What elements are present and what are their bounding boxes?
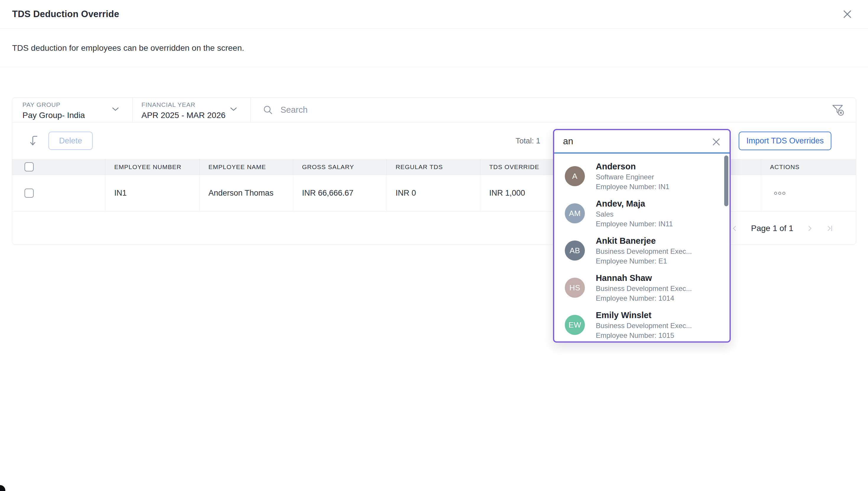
search-field <box>251 98 820 122</box>
employee-number: Employee Number: 1014 <box>596 293 692 303</box>
clear-search-icon[interactable] <box>711 137 722 147</box>
financial-year-value: APR 2025 - MAR 2026 <box>141 111 250 120</box>
avatar: A <box>565 166 585 186</box>
column-regular-tds: REGULAR TDS <box>387 159 480 175</box>
employee-role: Software Engineer <box>596 172 669 182</box>
employee-name: Anderson <box>596 161 669 172</box>
last-page-icon[interactable] <box>827 225 833 232</box>
page-indicator: Page 1 of 1 <box>751 224 793 233</box>
dropdown-scrollbar <box>724 155 728 339</box>
employee-role: Business Development Exec... <box>596 247 692 256</box>
actions-menu-icon[interactable] <box>774 192 785 195</box>
chevron-down-icon <box>112 107 119 111</box>
employee-option[interactable]: A Anderson Software Engineer Employee Nu… <box>554 157 730 195</box>
employee-number-cell: IN1 <box>105 175 200 211</box>
avatar: AM <box>565 203 585 223</box>
filter-row: PAY GROUP Pay Group- India FINANCIAL YEA… <box>12 98 856 122</box>
total-count: Total: 1 <box>515 136 540 145</box>
column-employee-name: EMPLOYEE NAME <box>200 159 293 175</box>
employee-number: Employee Number: 1015 <box>596 330 692 340</box>
employee-search-dropdown: A Anderson Software Engineer Employee Nu… <box>553 129 731 343</box>
avatar: EW <box>565 315 585 335</box>
employee-role: Sales <box>596 209 673 219</box>
page-title: TDS Deduction Override <box>12 9 119 20</box>
financial-year-filter[interactable]: FINANCIAL YEAR APR 2025 - MAR 2026 <box>133 98 251 122</box>
employee-number: Employee Number: IN11 <box>596 219 673 229</box>
search-icon <box>263 105 273 115</box>
chevron-down-icon <box>230 107 237 111</box>
column-gross-salary: GROSS SALARY <box>293 159 387 175</box>
column-actions: ACTIONS <box>761 159 856 175</box>
select-all-checkbox[interactable] <box>25 162 34 171</box>
employee-option[interactable]: AM Andev, Maja Sales Employee Number: IN… <box>554 195 730 232</box>
column-employee-number: EMPLOYEE NUMBER <box>105 159 200 175</box>
filter-clear-icon[interactable] <box>820 98 856 122</box>
pay-group-value: Pay Group- India <box>23 111 132 120</box>
scrollbar-thumb[interactable] <box>724 155 728 206</box>
close-icon[interactable] <box>841 8 854 21</box>
employee-option[interactable]: EW Emily Winslet Business Development Ex… <box>554 306 730 343</box>
select-all-cell <box>12 159 105 175</box>
delete-button[interactable]: Delete <box>49 132 93 150</box>
employee-name-cell: Anderson Thomas <box>200 175 293 211</box>
employee-name: Hannah Shaw <box>596 272 692 284</box>
previous-page-icon[interactable] <box>732 225 737 232</box>
employee-role: Business Development Exec... <box>596 321 692 330</box>
employee-option[interactable]: AB Ankit Banerjee Business Development E… <box>554 232 730 269</box>
employee-name: Emily Winslet <box>596 310 692 321</box>
employee-option-list: A Anderson Software Engineer Employee Nu… <box>554 153 730 343</box>
row-select-cell <box>12 175 105 211</box>
search-input[interactable] <box>280 105 723 115</box>
chat-widget-partial[interactable] <box>0 485 5 491</box>
avatar: AB <box>565 240 585 261</box>
employee-search-input-row <box>554 130 730 153</box>
actions-cell <box>761 175 856 211</box>
top-bar: TDS Deduction Override <box>0 0 868 29</box>
sort-down-icon[interactable] <box>28 134 41 148</box>
employee-name: Andev, Maja <box>596 198 673 209</box>
regular-tds-cell: INR 0 <box>387 175 480 211</box>
employee-option[interactable]: HS Hannah Shaw Business Development Exec… <box>554 269 730 306</box>
page-description: TDS deduction for employees can be overr… <box>12 44 244 53</box>
pay-group-filter[interactable]: PAY GROUP Pay Group- India <box>12 98 133 122</box>
import-tds-overrides-button[interactable]: Import TDS Overrides <box>739 132 831 150</box>
gross-salary-cell: INR 66,666.67 <box>293 175 387 211</box>
avatar: HS <box>565 278 585 298</box>
employee-name: Ankit Banerjee <box>596 235 692 247</box>
employee-number: Employee Number: E1 <box>596 256 692 266</box>
description-row: TDS deduction for employees can be overr… <box>0 29 868 67</box>
employee-number: Employee Number: IN1 <box>596 182 669 192</box>
next-page-icon[interactable] <box>808 225 812 232</box>
tds-deduction-override-screen: TDS Deduction Override TDS deduction for… <box>0 0 868 491</box>
employee-search-input[interactable] <box>563 136 705 147</box>
employee-role: Business Development Exec... <box>596 284 692 293</box>
row-checkbox[interactable] <box>25 189 34 198</box>
